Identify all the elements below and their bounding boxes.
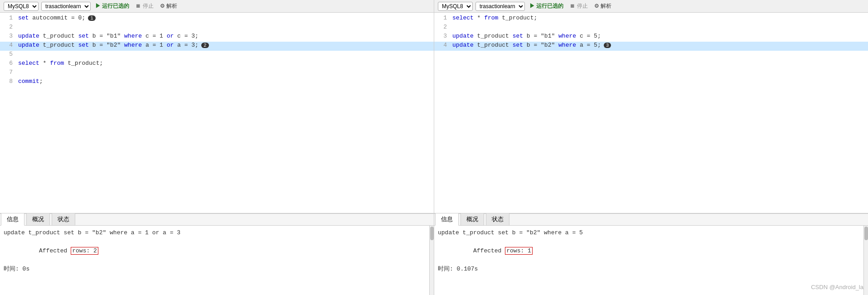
- watermark: CSDN @Android_la: [811, 284, 863, 290]
- code-text: update t_product set b = "b1" where c = …: [18, 33, 199, 39]
- right-panel: 1select * from t_product;23update t_prod…: [434, 13, 868, 295]
- code-text: update t_product set b = "b2" where a = …: [18, 42, 199, 48]
- right-rows-highlight: rows: 1: [505, 247, 533, 255]
- code-line: 3update t_product set b = "b1" where c =…: [434, 33, 868, 42]
- right-schema-select[interactable]: trasactionlearn: [475, 2, 525, 11]
- right-tab-overview[interactable]: 概况: [461, 213, 484, 225]
- code-line: 2: [0, 24, 434, 33]
- right-result-line2: Affected rows: 1: [438, 237, 864, 265]
- right-affected-prefix: Affected: [473, 247, 505, 254]
- left-scrollbar[interactable]: [429, 226, 434, 295]
- right-result-content: update t_product set b = "b2" where a = …: [434, 226, 868, 295]
- left-tab-status[interactable]: 状态: [52, 213, 75, 225]
- line-number: 8: [2, 78, 13, 85]
- left-affected-prefix: Affected: [39, 247, 71, 254]
- left-rows-highlight: rows: 2: [71, 247, 98, 255]
- line-number: 4: [436, 42, 447, 48]
- code-line: 1select * from t_product;: [434, 15, 868, 24]
- code-line: 6select * from t_product;: [0, 60, 434, 69]
- line-badge: 1: [88, 15, 96, 21]
- right-result-line1: update t_product set b = "b2" where a = …: [438, 228, 864, 237]
- code-line: 2: [434, 24, 868, 33]
- left-result-line3: 时间: 0s: [4, 265, 430, 274]
- left-schema-select[interactable]: trasactionlearn: [41, 2, 91, 11]
- code-text: commit;: [18, 78, 43, 85]
- right-bottom: 信息 概况 状态 update t_product set b = "b2" w…: [434, 213, 868, 295]
- code-line: 3update t_product set b = "b1" where c =…: [0, 33, 434, 42]
- line-number: 3: [436, 33, 447, 39]
- right-tab-info[interactable]: 信息: [435, 213, 459, 226]
- right-tab-status[interactable]: 状态: [486, 213, 509, 225]
- left-stop-button[interactable]: ⏹ 停止: [134, 2, 155, 10]
- code-line: 4update t_product set b = "b2" where a =…: [0, 42, 434, 51]
- code-line: 4update t_product set b = "b2" where a =…: [434, 42, 868, 51]
- left-result-content: update t_product set b = "b2" where a = …: [0, 226, 434, 295]
- code-line: 5: [0, 51, 434, 60]
- line-number: 6: [2, 60, 13, 67]
- right-tab-bar: 信息 概况 状态: [434, 214, 868, 226]
- code-text: select * from t_product;: [452, 15, 537, 21]
- code-text: set autocommit = 0;: [18, 15, 85, 21]
- code-text: select * from t_product;: [18, 60, 103, 67]
- right-explain-button[interactable]: ⚙ 解析: [592, 2, 613, 10]
- line-number: 1: [436, 15, 447, 21]
- left-explain-button[interactable]: ⚙ 解析: [158, 2, 179, 10]
- left-tab-bar: 信息 概况 状态: [0, 214, 434, 226]
- right-scrollbar[interactable]: [863, 226, 868, 295]
- left-tab-info[interactable]: 信息: [1, 213, 24, 226]
- code-text: update t_product set b = "b1" where c = …: [452, 33, 601, 39]
- line-number: 4: [2, 42, 13, 48]
- code-line: 1set autocommit = 0;1: [0, 15, 434, 24]
- line-number: 2: [436, 24, 447, 30]
- right-db-select[interactable]: MySQL8: [438, 2, 473, 11]
- code-line: 7: [0, 69, 434, 78]
- line-number: 3: [2, 33, 13, 39]
- right-result-line3: 时间: 0.107s: [438, 265, 864, 274]
- right-stop-button[interactable]: ⏹ 停止: [568, 2, 589, 10]
- left-scrollbar-thumb: [430, 227, 434, 240]
- code-text: update t_product set b = "b2" where a = …: [452, 42, 601, 48]
- line-badge: 3: [604, 43, 611, 48]
- left-editor[interactable]: 1set autocommit = 0;123update t_product …: [0, 13, 434, 213]
- right-toolbar: MySQL8 trasactionlearn ▶ 运行已选的 ⏹ 停止 ⚙ 解析: [434, 0, 868, 12]
- right-scrollbar-thumb: [864, 227, 868, 240]
- line-number: 1: [2, 15, 13, 21]
- left-run-button[interactable]: ▶ 运行已选的: [93, 2, 131, 10]
- left-toolbar: MySQL8 trasactionlearn ▶ 运行已选的 ⏹ 停止 ⚙ 解析: [0, 0, 434, 12]
- line-number: 7: [2, 69, 13, 76]
- left-tab-overview[interactable]: 概况: [26, 213, 50, 225]
- line-badge: 2: [201, 43, 209, 48]
- right-run-button[interactable]: ▶ 运行已选的: [528, 2, 565, 10]
- left-result-line2: Affected rows: 2: [4, 237, 430, 265]
- line-number: 2: [2, 24, 13, 30]
- left-panel: 1set autocommit = 0;123update t_product …: [0, 13, 434, 295]
- line-number: 5: [2, 51, 13, 58]
- right-editor[interactable]: 1select * from t_product;23update t_prod…: [434, 13, 868, 213]
- left-db-select[interactable]: MySQL8: [4, 2, 39, 11]
- left-bottom: 信息 概况 状态 update t_product set b = "b2" w…: [0, 213, 434, 295]
- code-line: 8commit;: [0, 78, 434, 87]
- left-result-line1: update t_product set b = "b2" where a = …: [4, 228, 430, 237]
